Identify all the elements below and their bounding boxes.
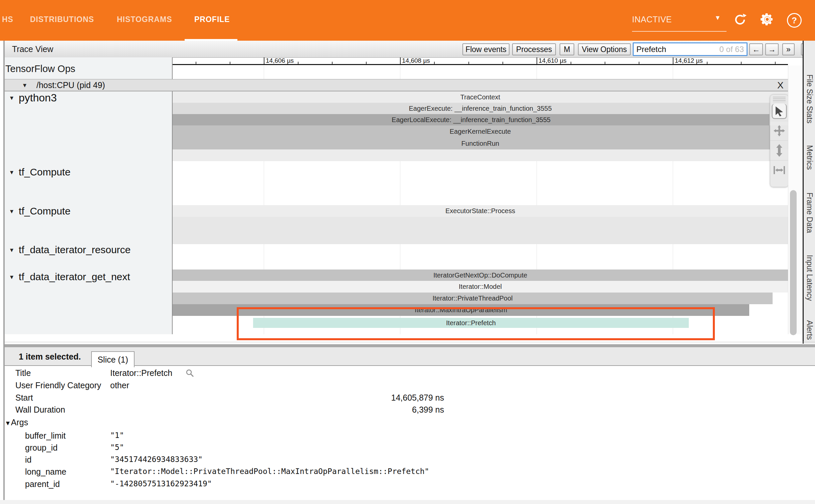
trace-band-tracecontext[interactable]: TraceContext [173,91,788,103]
selection-summary: 1 item selected. [19,347,81,366]
timeline-tool-palette [770,94,789,187]
track-name: tf_data_iterator_resource [19,244,131,256]
side-tab-file-size-stats[interactable]: File Size Stats [804,71,815,127]
track-label-tf_Compute[interactable]: ▾tf_Compute [10,165,70,179]
arg-key-long_name: long_name [25,467,66,477]
top-app-bar: HSDISTRIBUTIONSHISTOGRAMSPROFILE INACTIV… [0,0,815,41]
collapse-triangle-icon[interactable]: ▾ [10,207,13,215]
top-tab-histograms[interactable]: HISTOGRAMS [117,0,172,39]
top-tab-hs[interactable]: HS [2,0,13,39]
chevron-down-icon: ▾ [716,13,720,22]
run-status-dropdown[interactable]: INACTIVE ▾ [632,11,727,27]
zoom-tool-icon[interactable] [770,140,788,160]
process-header-row[interactable]: ▾ /host:CPU (pid 49) [5,79,788,91]
ruler-major-tick [673,57,673,64]
panel-resize-divider[interactable] [5,344,815,347]
arg-value-id: "345174426934833633" [110,455,203,464]
magnifier-icon[interactable] [186,369,194,378]
track-name: tf_Compute [19,166,70,178]
side-tab-alerts[interactable]: Alerts [804,316,815,344]
collapse-triangle-icon[interactable]: ▾ [10,273,13,281]
args-label: Args [11,418,28,427]
window-bottom-strip [0,500,815,504]
detail-label-user-friendly-category: User Friendly Category [15,381,101,390]
track-label-tf_Compute[interactable]: ▾tf_Compute [10,204,70,218]
ruler-tick-label: 14,610 µs [539,57,567,64]
trace-panel-bottom-line [5,342,815,342]
trace-view-title: Trace View [12,41,53,57]
flow-events-button[interactable]: Flow events [462,43,510,55]
collapse-triangle-icon[interactable]: ▾ [10,168,13,176]
detail-label-wall-duration: Wall Duration [15,405,65,415]
collapse-triangle-icon[interactable]: ▾ [10,246,13,254]
ruler-major-tick [264,57,264,64]
process-header-label: /host:CPU (pid 49) [36,80,105,90]
arg-value-long_name: "Iterator::Model::PrivateThreadPool::Max… [110,467,429,476]
trace-band-eagerkernelexecute[interactable]: EagerKernelExecute [173,125,788,137]
run-status-value: INACTIVE [632,15,672,24]
search-input[interactable] [634,44,720,54]
find-previous-button[interactable]: ← [749,43,763,55]
vertical-scrollbar-thumb[interactable] [790,190,797,335]
track-label-tf_data_iterator_resource[interactable]: ▾tf_data_iterator_resource [10,243,131,257]
track-label-python3[interactable]: ▾python3 [10,91,57,104]
view-options-button[interactable]: View Options [578,43,631,55]
tab-slice[interactable]: Slice (1) [91,351,135,367]
trace-band-executorstate[interactable]: ExecutorState::Process [173,205,788,217]
collapse-triangle-icon[interactable]: ▾ [10,94,13,102]
tensorboard-profile-page: HSDISTRIBUTIONSHISTOGRAMSPROFILE INACTIV… [0,0,815,504]
track-name: tf_Compute [19,205,70,217]
side-tab-metrics[interactable]: Metrics [804,142,815,173]
help-icon[interactable]: ? [787,13,802,28]
detail-label-title: Title [15,368,31,378]
trace-band-iterator[interactable]: Iterator::Model [173,281,788,293]
processes-button[interactable]: Processes [512,43,556,55]
trace-band-functionrun[interactable]: FunctionRun [173,137,788,149]
arg-value-parent_id: "-1428057513162923419" [110,479,212,488]
arg-value-group_id: "5" [110,443,124,452]
trace-band-eagerlocalexecute[interactable]: EagerLocalExecute: __inference_train_fun… [173,114,770,125]
trace-band-iteratorgetnextop[interactable]: IteratorGetNextOp::DoCompute [173,270,788,281]
arg-key-group_id: group_id [25,443,57,453]
settings-icon[interactable] [760,12,775,27]
detail-value-title: Iterator::Prefetch [110,368,172,378]
refresh-icon[interactable] [733,13,747,27]
find-next-button[interactable]: → [765,43,779,55]
metadata-button[interactable]: M [560,43,574,55]
side-tab-frame-data[interactable]: Frame Data [804,190,815,235]
track-label-tf_data_iterator_get_next[interactable]: ▾tf_data_iterator_get_next [10,270,130,284]
top-tab-distributions[interactable]: DISTRIBUTIONS [30,0,94,39]
ruler-major-tick [400,57,401,64]
time-ruler-baseline [173,64,788,65]
help-question-glyph: ? [792,15,797,26]
side-tab-input-latency[interactable]: Input Latency [804,251,815,305]
trace-band[interactable] [173,217,788,244]
side-tab-strip: File Size StatsMetricsFrame DataInput La… [803,41,815,344]
selection-highlight-box [237,307,715,340]
trace-band[interactable] [173,149,788,161]
palette-drag-handle-icon[interactable] [773,97,786,102]
trace-band-iterator[interactable]: Iterator::PrivateThreadPool [173,293,773,304]
ruler-tick-label: 14,612 µs [675,57,703,64]
pan-tool-icon[interactable] [770,121,788,140]
ruler-major-tick [537,57,537,64]
top-tab-profile[interactable]: PROFILE [194,0,230,39]
arg-key-buffer_limit: buffer_limit [25,431,66,441]
search-result-count: 0 of 63 [720,45,747,54]
track-name: tf_data_iterator_get_next [19,271,130,283]
trace-band-eagerexecute[interactable]: EagerExecute: __inference_train_function… [173,103,788,114]
timing-tool-icon[interactable] [770,160,788,180]
detail-label-start: Start [15,393,33,403]
ruler-tick-label: 14,608 µs [402,57,430,64]
find-box[interactable]: 0 of 63 [633,42,748,56]
select-tool-icon[interactable] [772,104,787,119]
collapse-triangle-icon[interactable]: ▾ [23,81,26,89]
detail-value-wall-duration: 6,399 ns [110,405,444,415]
args-toggle[interactable]: ▼Args [5,418,28,427]
run-dropdown-underline [632,31,727,32]
arg-key-parent_id: parent_id [25,479,60,489]
ruler-tick-label: 14,606 µs [266,57,294,64]
process-close-button[interactable]: X [777,80,784,91]
more-tools-button[interactable]: » [782,43,795,55]
detail-value-start: 14,605,879 ns [110,393,444,403]
